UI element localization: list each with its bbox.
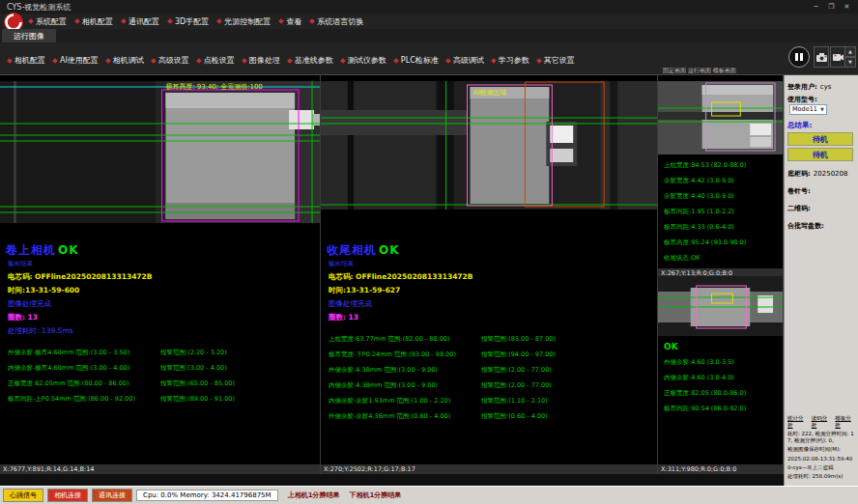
center-camera-subtitle: 输出结果 [329,260,657,268]
tool-camera-debug[interactable]: 相机调试 [106,55,144,66]
stats-tab[interactable]: 读码分析 [812,415,833,429]
diamond-bullet-icon [7,58,13,64]
tool-tester-params[interactable]: 测试仪参数 [341,55,386,66]
left-camera-title: 卷上相机OK [6,242,320,259]
diamond-bullet-icon [167,18,173,24]
left-camera-status: OK [58,243,79,257]
left-time: 时间:13-31-59-600 [8,286,320,295]
tool-plc-standard[interactable]: PLC检标准 [394,55,439,66]
minimize-button[interactable]: ─ [809,1,823,13]
diamond-bullet-icon [74,18,80,24]
measurement-value: 外侧余胶-极耳4.60mm 范围:(3.00 - 3.50) [8,349,155,357]
login-value: cys [820,83,832,91]
close-button[interactable]: ✕ [840,1,854,13]
menu-item-light-config[interactable]: 光源控制配置 [217,16,271,27]
diamond-bullet-icon [216,18,222,24]
model-row: 使用型号: Mode11 ▼ [787,95,855,115]
stats-line: 耗时: 222, 检测分辨时间: 17, 检测分辨(约): 0, [787,431,856,444]
measurement-alarm: 报警范围:(2.00 - 77.00) [481,381,552,390]
batch-row: 底柜码: 20250208 [787,169,855,179]
tab-run-image[interactable]: 运行图像 [2,29,56,42]
toolbar-items: 相机配置 AI使用配置 相机调试 高级设置 点检设置 图像处理 基准线参数 测试… [8,55,575,66]
total-result-label: 总结果: [787,121,855,130]
disk-label: 合批写盘数: [787,221,824,231]
model-select[interactable]: Mode11 ▼ [789,104,827,115]
center-camera-panel: AI检测区域 收尾相机OK 输出结果 电芯码: OFFline202502081… [321,75,658,474]
tool-camera-config[interactable]: 相机配置 [8,55,45,66]
spin-down-button[interactable]: ▼ [844,57,856,68]
measurement-alarm: 报警范围:(2.00 - 77.00) [481,366,552,375]
menu-item-system-config[interactable]: 系统配置 [29,16,67,27]
center-barcode: 电芯码: OFFline2025020813313472B [329,272,657,282]
menu-item-camera-config[interactable]: 相机配置 [75,16,113,27]
result-status-box: 待机 [787,148,853,161]
measurement-alarm: 报警范围:(89.00 - 91.00) [160,395,235,404]
camera-snapshot-button[interactable] [814,46,829,68]
preview-bottom-block: OK 外侧余胶:4.60 (3.0-3.5) 内侧余胶:4.60 (3.0-4.… [658,276,783,413]
stats-line: 2025:02:08-13:31:59:40 [787,456,856,462]
left-camera-subtitle: 输出结果 [8,260,320,268]
stats-tab[interactable]: 模板分析 [835,415,856,429]
stats-tab[interactable]: 统计分析 [787,415,809,429]
left-overlay-text: 极耳高度: 93.40; 全宽测值:100 [164,82,262,91]
tool-other-settings[interactable]: 其它设置 [537,55,575,66]
app-window: CYS-视觉检测系统 ─ ❐ ✕ 系统配置 相机配置 通讯配置 3D手配置 光源… [0,0,858,504]
preview-bottom-coordinates: X:311;Y:980;R:0;G:0;B:0 [658,464,783,474]
left-camera-image[interactable]: 极耳高度: 93.40; 全宽测值:100 [0,81,320,223]
pause-button[interactable] [788,46,810,68]
pause-icon [795,53,798,61]
disk-row: 合批写盘数: [787,221,855,231]
tool-advanced-debug[interactable]: 高级调试 [446,55,484,66]
diamond-bullet-icon [105,58,111,64]
tool-baseline-params[interactable]: 基准线参数 [288,55,333,66]
tool-image-process[interactable]: 图像处理 [243,55,280,66]
preview-line: 极耳间距:1.95 (1.0-2.2) [664,208,783,216]
preview-line: 极耳高度:95.24 (93.0-98.0) [664,238,783,247]
measurement-alarm: 报警范围:(3.00 - 4.00) [160,364,227,373]
batch-label: 底柜码: [787,169,811,179]
diamond-bullet-icon [491,58,497,64]
preview-line: 外侧余胶:4.60 (3.0-3.5) [664,358,783,367]
left-camera-panel: 极耳高度: 93.40; 全宽测值:100 卷上相机OK 输出结果 电芯码: O… [0,75,321,474]
window-controls: ─ ❐ ✕ [809,1,854,13]
maximize-button[interactable]: ❐ [824,1,839,13]
measurement-alarm: 报警范围:(2.20 - 3.20) [160,349,227,357]
preview-top-image[interactable] [658,81,783,154]
menu-item-3d-config[interactable]: 3D手配置 [168,16,209,27]
left-barcode: 电芯码: OFFline2025020813313472B [8,272,320,282]
menu-item-language-switch[interactable]: 系统语言切换 [310,16,363,27]
camera-record-button[interactable] [830,46,845,68]
qr-label: 二维码: [787,204,811,213]
preview-bottom-image[interactable] [658,276,783,336]
center-camera-status: OK [379,243,400,257]
measurement-value: 上枕宽度:63.77mm 范围:(82.00 - 88.00) [329,335,475,344]
tool-learn-params[interactable]: 学习参数 [492,55,529,66]
tool-ai-config[interactable]: AI使用配置 [53,55,99,66]
stats-line: 检测图像保存时间(M): [787,446,856,453]
statistics-tabs: 统计分析 读码分析 模板分析 [787,415,856,429]
page-spinner: ▲ ▼ [844,46,856,68]
right-info-panel: 登录用户: cys 使用型号: Mode11 ▼ 总结果: 待机 待机 底柜码:… [784,75,858,486]
menu-item-view[interactable]: 查看 [279,16,301,27]
camera-icon [816,53,827,62]
spin-up-button[interactable]: ▲ [844,46,856,57]
window-title: CYS-视觉检测系统 [7,2,71,13]
diamond-bullet-icon [536,58,542,64]
center-overlay-text: AI检测区域 [473,89,507,97]
measurement-row: 外侧余胶-极耳4.60mm 范围:(3.00 - 3.50)报警范围:(2.20… [8,349,320,357]
video-camera-icon [833,53,844,62]
measurement-value: 内侧余胶-余胶1.93mm 范围:(1.00 - 2.20) [329,397,475,406]
diamond-bullet-icon [278,18,284,24]
preview-column: 上枕宽度:84.53 (82.0-88.0) 余胶宽度:4.42 (3.0-9.… [658,75,784,474]
center-pixel-coordinates: X:270;Y:2502;R:17;G:17;B:17 [321,464,657,474]
tool-spot-check[interactable]: 点检设置 [197,55,235,66]
cpu-memory-readout: Cpu: 0.0% Memory: 3424.41796875M [136,490,278,501]
measurement-row: 外侧余胶:4.38mm 范围:(3.00 - 9.00)报警范围:(2.00 -… [329,366,657,375]
tool-advanced-settings[interactable]: 高级设置 [152,55,189,66]
menubar: 系统配置 相机配置 通讯配置 3D手配置 光源控制配置 查看 系统语言切换 [0,14,858,29]
menu-item-comm-config[interactable]: 通讯配置 [122,16,159,27]
left-pixel-coordinates: X:7677,Y:891;R:14,G:14,B:14 [0,464,320,474]
center-camera-image[interactable]: AI检测区域 [321,81,657,210]
center-process-status: 图像处理完成 [329,299,657,309]
measurement-value: 极耳宽度-下P0.24mm 范围:(93.00 - 98.00) [329,350,475,359]
